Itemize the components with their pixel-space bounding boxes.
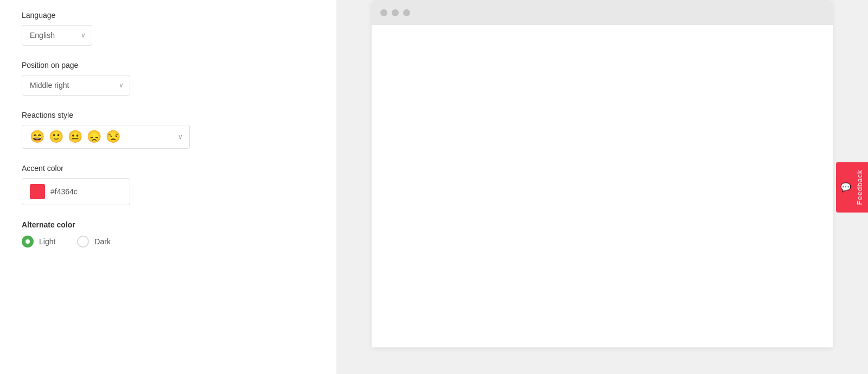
position-section: Position on page Middle right Middle lef… xyxy=(22,61,315,96)
radio-circle-light[interactable] xyxy=(22,236,34,248)
language-select-wrapper[interactable]: English Spanish French German Chinese ∨ xyxy=(22,25,92,46)
alternate-color-section: Alternate color Light Dark xyxy=(22,220,315,248)
position-select-wrapper[interactable]: Middle right Middle left Bottom right Bo… xyxy=(22,75,130,96)
browser-dot-3 xyxy=(403,9,410,16)
position-label: Position on page xyxy=(22,61,315,69)
alternate-color-label: Alternate color xyxy=(22,220,315,229)
feedback-chat-icon: 💬 xyxy=(840,182,851,192)
right-panel xyxy=(336,0,868,374)
reactions-section: Reactions style 😄 🙂 😐 😞 😒 ∨ xyxy=(22,111,315,149)
browser-mockup xyxy=(372,0,833,347)
emoji-very-sad: 😒 xyxy=(106,131,120,143)
language-select[interactable]: English Spanish French German Chinese xyxy=(22,25,92,46)
accent-color-label: Accent color xyxy=(22,164,315,173)
reactions-style-dropdown[interactable]: 😄 🙂 😐 😞 😒 ∨ xyxy=(22,125,190,149)
color-swatch xyxy=(30,184,45,199)
position-select[interactable]: Middle right Middle left Bottom right Bo… xyxy=(22,75,130,96)
reactions-label: Reactions style xyxy=(22,111,315,119)
color-hex-value: #f4364c xyxy=(50,187,78,196)
language-label: Language xyxy=(22,11,315,20)
browser-dot-2 xyxy=(392,9,399,16)
alternate-color-radio-group: Light Dark xyxy=(22,236,315,248)
radio-circle-dark[interactable] xyxy=(77,236,89,248)
emoji-very-happy: 😄 xyxy=(30,131,44,143)
emoji-sad: 😞 xyxy=(87,131,101,143)
browser-content xyxy=(372,25,833,347)
language-section: Language English Spanish French German C… xyxy=(22,11,315,46)
radio-option-light[interactable]: Light xyxy=(22,236,55,248)
accent-color-section: Accent color #f4364c xyxy=(22,164,315,205)
feedback-button[interactable]: 💬 Feedback xyxy=(836,162,868,212)
radio-option-dark[interactable]: Dark xyxy=(77,236,111,248)
feedback-label: Feedback xyxy=(856,169,864,205)
browser-dot-1 xyxy=(380,9,387,16)
emoji-neutral: 😐 xyxy=(68,131,82,143)
radio-label-dark: Dark xyxy=(94,237,111,246)
left-panel: Language English Spanish French German C… xyxy=(0,0,336,374)
accent-color-picker[interactable]: #f4364c xyxy=(22,178,130,205)
emoji-happy: 🙂 xyxy=(49,131,63,143)
browser-titlebar xyxy=(372,0,833,25)
reactions-chevron-icon: ∨ xyxy=(178,133,183,141)
radio-label-light: Light xyxy=(39,237,55,246)
